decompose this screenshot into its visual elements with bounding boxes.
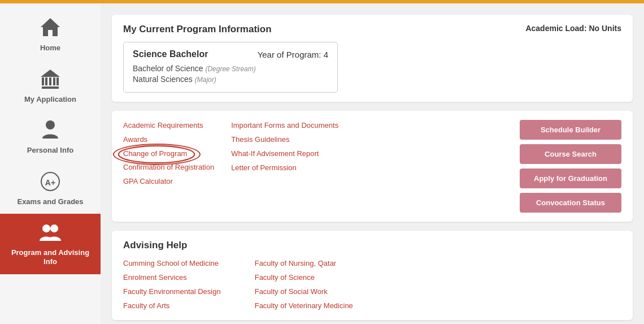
- link-nursing-q[interactable]: Faculty of Nursing, Qatar: [255, 258, 353, 269]
- links-section: Academic Requirements Awards Change of P…: [123, 120, 508, 213]
- program-box: Science Bachelor Year of Program: 4 Bach…: [123, 42, 338, 93]
- sidebar-item-personal[interactable]: Personal Info: [0, 111, 101, 163]
- link-thesis[interactable]: Thesis Guidelines: [231, 134, 338, 145]
- house-icon: [40, 17, 61, 40]
- links-column-2: Important Forms and Documents Thesis Gui…: [231, 120, 338, 213]
- svg-rect-2: [42, 77, 44, 85]
- sidebar-exams-label: Exams and Grades: [17, 197, 83, 206]
- change-program-wrapper: Change of Program: [123, 148, 214, 158]
- degree-stream: Bachelor of Science (Degree Stream): [133, 64, 328, 73]
- svg-text:A+: A+: [45, 178, 55, 187]
- svg-point-8: [46, 120, 55, 129]
- course-search-button[interactable]: Course Search: [520, 144, 621, 164]
- links-buttons-card: Academic Requirements Awards Change of P…: [112, 111, 633, 222]
- link-csm[interactable]: Cumming School of Medicine: [123, 258, 221, 269]
- sidebar-personal-label: Personal Info: [27, 146, 73, 155]
- link-fed[interactable]: Faculty Environmental Design: [123, 286, 221, 297]
- advising-column-1: Cumming School of Medicine Enrolment Ser…: [123, 258, 221, 311]
- link-confirm-reg[interactable]: Confirmation of Registration: [123, 162, 214, 172]
- link-social-work[interactable]: Faculty of Social Work: [255, 286, 353, 297]
- sidebar-item-home[interactable]: Home: [0, 9, 101, 61]
- bank-icon: [40, 68, 61, 92]
- sidebar-item-program[interactable]: Program and Advising Info: [0, 214, 101, 274]
- degree-stream-label: (Degree Stream): [205, 65, 255, 73]
- grade-icon: A+: [40, 171, 61, 194]
- links-column-1: Academic Requirements Awards Change of P…: [123, 120, 214, 213]
- link-awards[interactable]: Awards: [123, 134, 214, 145]
- buttons-section: Schedule Builder Course Search Apply for…: [520, 120, 621, 213]
- svg-rect-1: [42, 87, 59, 89]
- sidebar-item-application[interactable]: My Application: [0, 61, 101, 112]
- convocation-button[interactable]: Convocation Status: [520, 193, 621, 213]
- program-name: Science Bachelor: [133, 49, 208, 59]
- svg-marker-0: [41, 18, 60, 36]
- advising-column-2: Faculty of Nursing, Qatar Faculty of Sci…: [255, 258, 353, 311]
- svg-point-12: [50, 224, 58, 232]
- link-gpa-calc[interactable]: GPA Calculator: [123, 176, 214, 187]
- major: Natural Sciences (Major): [133, 75, 328, 84]
- major-label: (Major): [195, 76, 216, 84]
- link-science[interactable]: Faculty of Science: [255, 272, 353, 283]
- schedule-builder-button[interactable]: Schedule Builder: [520, 120, 621, 140]
- apply-graduation-button[interactable]: Apply for Graduation: [520, 169, 621, 188]
- year-of-program: Year of Program: 4: [258, 50, 328, 59]
- link-letter-perm[interactable]: Letter of Permission: [231, 162, 338, 173]
- sidebar-home-label: Home: [40, 44, 60, 53]
- program-box-header: Science Bachelor Year of Program: 4: [133, 49, 328, 59]
- svg-rect-5: [53, 77, 55, 85]
- main-layout: Home My Application: [0, 3, 644, 324]
- advising-title: Advising Help: [123, 240, 621, 251]
- sidebar: Home My Application: [0, 3, 101, 324]
- link-enrolment[interactable]: Enrolment Services: [123, 272, 221, 283]
- sidebar-application-label: My Application: [24, 95, 76, 104]
- program-info-title: My Current Program Information: [123, 24, 272, 35]
- main-content: My Current Program Information Academic …: [101, 3, 644, 324]
- advising-card: Advising Help Cumming School of Medicine…: [112, 231, 633, 320]
- advising-links: Cumming School of Medicine Enrolment Ser…: [123, 258, 621, 311]
- sidebar-item-exams[interactable]: A+ Exams and Grades: [0, 163, 101, 214]
- link-vet-med[interactable]: Faculty of Veterinary Medicine: [255, 300, 353, 311]
- svg-point-11: [42, 224, 50, 232]
- svg-marker-7: [41, 70, 60, 77]
- svg-rect-3: [45, 77, 47, 85]
- svg-rect-4: [49, 77, 51, 85]
- program-icon: [38, 222, 62, 245]
- program-info-card: My Current Program Information Academic …: [112, 15, 633, 102]
- program-info-header: My Current Program Information Academic …: [123, 24, 621, 35]
- person-icon: [40, 119, 61, 142]
- link-arts[interactable]: Faculty of Arts: [123, 300, 221, 311]
- sidebar-program-label: Program and Advising Info: [6, 248, 95, 266]
- link-forms-docs[interactable]: Important Forms and Documents: [231, 120, 338, 131]
- link-academic-req[interactable]: Academic Requirements: [123, 120, 214, 131]
- academic-load-label: Academic Load: No Units: [525, 24, 621, 33]
- link-what-if[interactable]: What-If Advisement Report: [231, 148, 338, 159]
- svg-rect-6: [56, 77, 59, 85]
- link-change-program[interactable]: Change of Program: [123, 148, 187, 159]
